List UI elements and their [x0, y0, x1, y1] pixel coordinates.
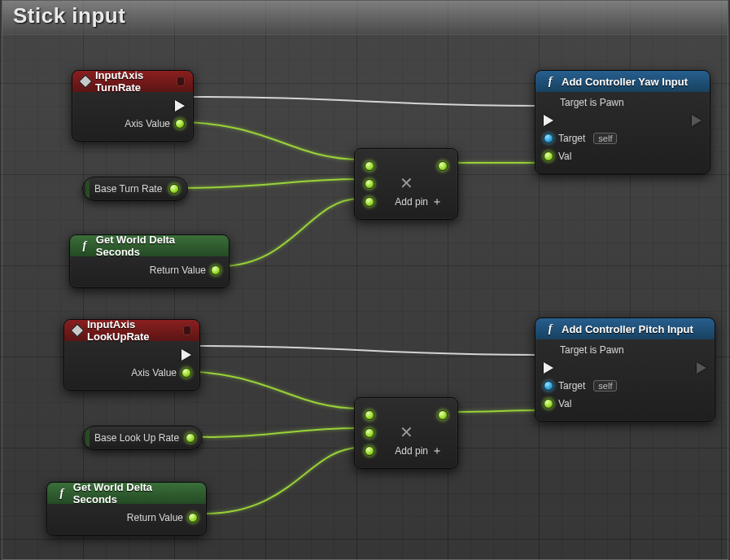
exec-out-row[interactable] [81, 97, 185, 115]
pin-label: Return Value [145, 265, 211, 276]
self-badge: self [593, 380, 617, 392]
node-inputaxis-lookuprate[interactable]: InputAxis LookUpRate Axis Value [63, 319, 200, 391]
float-pin-icon [175, 119, 185, 129]
float-pin-icon [544, 151, 553, 161]
function-icon: f [544, 322, 557, 335]
float-pin-icon [186, 433, 195, 443]
node-header[interactable]: f Add Controller Pitch Input [535, 318, 715, 339]
node-addcontrolleryawinput[interactable]: f Add Controller Yaw Input Target is Paw… [535, 70, 710, 174]
plus-icon: ＋ [431, 195, 443, 208]
mul-in-pin-1[interactable] [365, 410, 374, 420]
mul-in-pin-2[interactable] [365, 179, 374, 189]
object-pin-icon [544, 381, 553, 391]
pin-label: Axis Value [120, 118, 175, 129]
node-title: Add Controller Pitch Input [562, 323, 693, 335]
pin-target[interactable]: Target self [544, 377, 706, 395]
mul-out-pin[interactable] [438, 161, 448, 171]
node-title: InputAxis LookUpRate [87, 318, 178, 343]
float-pin-icon [169, 184, 179, 194]
float-pin-icon [544, 399, 553, 409]
delegate-pin-icon[interactable] [177, 77, 185, 86]
pin-return-value[interactable]: Return Value [78, 261, 221, 279]
node-inputaxis-turnrate[interactable]: InputAxis TurnRate Axis Value [72, 70, 194, 142]
pin-axis-value[interactable]: Axis Value [72, 364, 191, 382]
node-getworlddeltaseconds-1[interactable]: f Get World Delta Seconds Return Value [69, 234, 229, 288]
multiply-icon: ✕ [400, 423, 413, 441]
node-var-baselookuprate[interactable]: Base Look Up Rate [82, 426, 203, 450]
node-addcontrollerpitchinput[interactable]: f Add Controller Pitch Input Target is P… [535, 317, 715, 422]
add-pin-button[interactable]: Add pin＋ [390, 195, 448, 209]
node-title: Add Controller Yaw Input [562, 76, 688, 88]
mul-in-pin-1[interactable] [365, 161, 374, 171]
pin-val[interactable]: Val [544, 395, 706, 413]
node-header[interactable]: InputAxis LookUpRate [64, 320, 199, 341]
exec-in-icon[interactable] [544, 115, 553, 126]
node-subtitle: Target is Pawn [544, 97, 702, 112]
plus-icon: ＋ [431, 444, 443, 457]
var-label: Base Turn Rate [94, 183, 162, 195]
pin-label: Return Value [122, 512, 188, 523]
pin-label: Target [553, 133, 590, 144]
mul-out-pin[interactable] [438, 410, 448, 420]
node-header[interactable]: f Get World Delta Seconds [70, 235, 229, 256]
node-title: InputAxis TurnRate [95, 69, 172, 94]
node-subtitle: Target is Pawn [544, 344, 706, 359]
mul-in-pin-3[interactable] [365, 446, 374, 456]
node-getworlddeltaseconds-2[interactable]: f Get World Delta Seconds Return Value [46, 482, 207, 536]
node-header[interactable]: f Add Controller Yaw Input [535, 71, 710, 92]
node-title: Get World Delta Seconds [73, 481, 198, 505]
pin-label: Val [553, 151, 576, 162]
event-icon [71, 324, 85, 338]
pin-label: Val [553, 398, 576, 409]
exec-out-icon [175, 100, 185, 112]
node-header[interactable]: f Get World Delta Seconds [47, 483, 206, 504]
object-pin-icon [544, 133, 553, 143]
function-icon: f [55, 487, 68, 500]
mul-in-pin-2[interactable] [365, 428, 374, 438]
pin-return-value[interactable]: Return Value [55, 509, 198, 527]
pin-label: Target [553, 380, 590, 392]
node-var-baseturnrate[interactable]: Base Turn Rate [82, 177, 188, 201]
pin-label: Axis Value [126, 367, 181, 378]
exec-out-icon [181, 349, 191, 361]
pin-axis-value[interactable]: Axis Value [81, 115, 185, 133]
node-multiply-2[interactable]: ✕ Add pin＋ [354, 397, 458, 469]
multiply-icon: ✕ [400, 174, 413, 192]
var-label: Base Look Up Rate [94, 432, 179, 444]
float-pin-icon [188, 513, 198, 523]
node-title: Get World Delta Seconds [96, 234, 221, 258]
float-pin-icon [181, 368, 191, 378]
delegate-pin-icon[interactable] [183, 326, 191, 335]
add-pin-button[interactable]: Add pin＋ [390, 444, 448, 458]
mul-in-pin-3[interactable] [365, 197, 374, 207]
exec-in-icon[interactable] [544, 362, 553, 374]
float-pin-icon [211, 265, 221, 275]
function-icon: f [78, 239, 91, 252]
self-badge: self [593, 133, 617, 144]
pin-val[interactable]: Val [544, 147, 702, 165]
node-header[interactable]: InputAxis TurnRate [72, 71, 193, 92]
event-icon [79, 75, 93, 89]
exec-out-row[interactable] [72, 346, 191, 364]
node-multiply-1[interactable]: ✕ Add pin＋ [354, 148, 458, 220]
pin-target[interactable]: Target self [544, 129, 702, 147]
function-icon: f [544, 75, 557, 88]
exec-out-icon[interactable] [692, 115, 702, 126]
exec-out-icon[interactable] [697, 362, 706, 374]
comment-title[interactable]: Stick input [13, 3, 125, 28]
